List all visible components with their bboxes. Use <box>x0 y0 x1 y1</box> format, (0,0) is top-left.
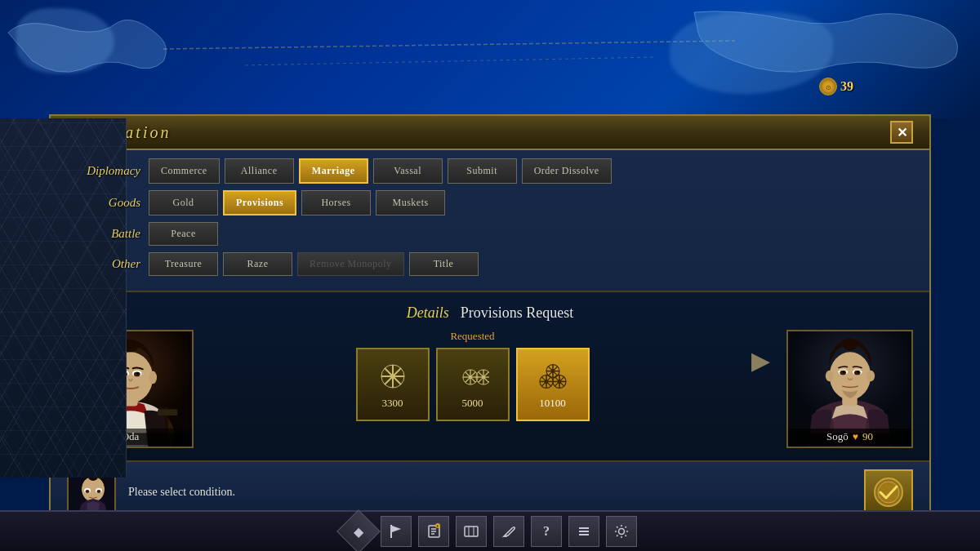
svg-point-83 <box>97 490 101 493</box>
flag-button[interactable] <box>381 516 412 547</box>
svg-rect-12 <box>127 340 134 349</box>
order-dissolve-button[interactable]: Order Dissolve <box>522 158 612 184</box>
svg-point-61 <box>557 380 561 384</box>
diamond-button[interactable]: ◆ <box>336 509 381 551</box>
diplomacy-row: Diplomacy Commerce Alliance Marriage Vas… <box>63 158 917 184</box>
bottom-toolbar: ◆ ? <box>0 510 980 551</box>
title-button[interactable]: Title <box>409 252 479 276</box>
diplomacy-buttons: Commerce Alliance Marriage Vassal Submit… <box>149 158 612 184</box>
option3-value: 10100 <box>539 397 566 410</box>
details-section: Details Provisions Request <box>51 291 929 460</box>
raze-button[interactable]: Raze <box>223 252 292 276</box>
svg-point-55 <box>544 380 548 384</box>
svg-point-18 <box>136 372 139 375</box>
provisions-button[interactable]: Provisions <box>223 190 296 216</box>
right-char-name: Sogō <box>826 430 849 443</box>
option3-icon <box>537 360 569 393</box>
goods-label: Goods <box>63 196 140 210</box>
svg-point-37 <box>469 375 472 379</box>
right-character-container: Sogō ♥ 90 <box>786 330 913 448</box>
vassal-button[interactable]: Vassal <box>373 158 443 184</box>
scroll-button[interactable] <box>418 516 449 547</box>
details-subtitle: Provisions Request <box>461 304 574 321</box>
heart-icon: ♥ <box>853 431 858 443</box>
svg-point-75 <box>866 371 875 382</box>
map-button[interactable] <box>456 516 487 547</box>
battle-row: Battle Peace <box>63 222 917 246</box>
svg-point-74 <box>826 371 834 382</box>
request-boxes: 3300 <box>356 348 590 421</box>
svg-rect-93 <box>465 527 478 536</box>
svg-point-30 <box>390 374 395 379</box>
status-message: Please select condition. <box>128 486 852 499</box>
svg-rect-87 <box>390 525 392 538</box>
svg-rect-67 <box>846 339 854 349</box>
menu-button[interactable] <box>568 516 599 547</box>
details-title: Details <box>407 304 449 321</box>
request-area: Requested <box>210 330 735 421</box>
option1-icon <box>376 360 409 393</box>
svg-line-1 <box>245 57 653 65</box>
treasure-button[interactable]: Treasure <box>149 252 218 276</box>
battle-label: Battle <box>63 227 140 241</box>
battle-buttons: Peace <box>149 222 218 246</box>
option2-value: 5000 <box>462 397 483 410</box>
map-background: ⊙ 39 <box>0 0 980 118</box>
other-row: Other Treasure Raze Remove Monopoly Titl… <box>63 252 917 276</box>
other-label: Other <box>63 257 140 271</box>
other-buttons: Treasure Raze Remove Monopoly Title <box>149 252 479 276</box>
goods-row: Goods Gold Provisions Horses Muskets <box>63 190 917 216</box>
negotiation-panel: Negotiation ✕ Diplomacy Commerce Allianc… <box>49 114 931 523</box>
gold-button[interactable]: Gold <box>149 190 218 216</box>
svg-point-72 <box>843 371 845 373</box>
remove-monopoly-button[interactable]: Remove Monopoly <box>297 252 404 276</box>
peace-button[interactable]: Peace <box>149 222 218 246</box>
marriage-button[interactable]: Marriage <box>299 158 368 184</box>
svg-line-0 <box>163 41 735 49</box>
resource-counter: ⊙ 39 <box>819 78 853 96</box>
diplomacy-label: Diplomacy <box>63 164 140 178</box>
submit-button[interactable]: Submit <box>448 158 517 184</box>
option1-value: 3300 <box>382 397 403 410</box>
svg-text:⊙: ⊙ <box>826 84 831 91</box>
confirm-button[interactable] <box>864 469 913 514</box>
right-char-info: Sogō ♥ 90 <box>788 429 911 445</box>
details-content: Oda Requested <box>67 330 913 448</box>
svg-point-82 <box>86 490 90 493</box>
title-bar: Negotiation ✕ <box>51 114 929 150</box>
resource-icon: ⊙ <box>819 78 837 96</box>
requested-label: Requested <box>450 330 494 343</box>
svg-point-73 <box>857 371 859 373</box>
request-option-3[interactable]: 10100 <box>516 348 590 421</box>
pen-button[interactable] <box>493 516 524 547</box>
arrow-right: ▶ <box>751 346 770 375</box>
resource-value: 39 <box>840 79 853 94</box>
gear-button[interactable] <box>606 516 637 547</box>
map-lines <box>0 0 980 118</box>
right-character-portrait: Sogō ♥ 90 <box>786 330 913 448</box>
muskets-button[interactable]: Muskets <box>376 190 445 216</box>
svg-point-20 <box>149 371 157 384</box>
request-option-2[interactable]: 5000 <box>436 348 510 421</box>
close-button[interactable]: ✕ <box>890 121 913 144</box>
horses-button[interactable]: Horses <box>301 190 371 216</box>
svg-point-43 <box>482 375 485 379</box>
svg-point-49 <box>550 369 555 373</box>
question-button[interactable]: ? <box>531 516 562 547</box>
details-header: Details Provisions Request <box>67 304 913 322</box>
goods-buttons: Gold Provisions Horses Muskets <box>149 190 445 216</box>
svg-rect-22 <box>158 409 177 415</box>
option2-icon <box>457 360 489 393</box>
svg-point-100 <box>619 529 625 535</box>
alliance-button[interactable]: Alliance <box>225 158 294 184</box>
categories-section: Diplomacy Commerce Alliance Marriage Vas… <box>51 150 929 291</box>
commerce-button[interactable]: Commerce <box>149 158 220 184</box>
right-char-heart-value: 90 <box>862 430 873 443</box>
request-option-1[interactable]: 3300 <box>356 348 430 421</box>
